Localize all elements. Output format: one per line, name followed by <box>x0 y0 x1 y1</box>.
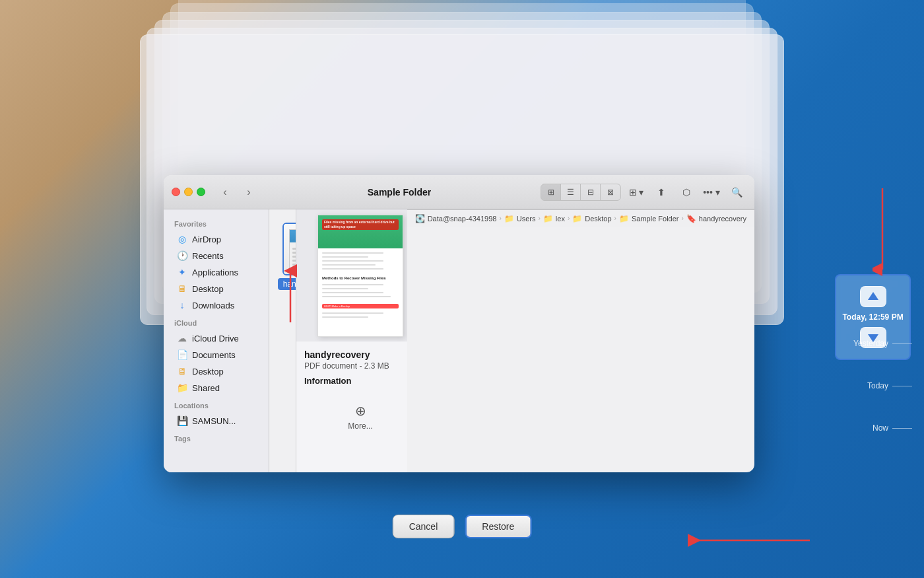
sidebar-item-documents[interactable]: 📄 Documents <box>166 347 266 363</box>
sidebar-label-downloads: Downloads <box>192 301 234 310</box>
maximize-button[interactable] <box>197 188 205 196</box>
finder-toolbar: ‹ › Sample Folder ⊞ ☰ ⊟ ⊠ ⊞ ▾ ⬆ ⬡ ••• ▾ … <box>164 175 754 209</box>
sidebar-item-applications[interactable]: ✦ Applications <box>166 264 266 280</box>
view-list-button[interactable]: ☰ <box>561 184 581 200</box>
more-icon: ⊕ <box>355 403 366 419</box>
finder-files: handyrecovery Files missing from an exte… <box>269 209 407 472</box>
preview-more[interactable]: ⊕ More... <box>296 398 407 436</box>
sidebar-item-recents[interactable]: 🕐 Recents <box>166 248 266 264</box>
sidebar-item-airdrop[interactable]: ◎ AirDrop <box>166 231 266 247</box>
favorites-header: Favorites <box>164 215 269 231</box>
close-button[interactable] <box>172 188 180 196</box>
finder-window: ‹ › Sample Folder ⊞ ☰ ⊟ ⊠ ⊞ ▾ ⬆ ⬡ ••• ▾ … <box>164 175 754 472</box>
sidebar-label-shared: Shared <box>192 383 220 393</box>
view-icon-button[interactable]: ⊞ <box>541 184 561 200</box>
sidebar-label-documents: Documents <box>192 350 236 360</box>
locations-header: Locations <box>164 396 269 412</box>
preview-image: Files missing from an external hard driv… <box>296 209 407 342</box>
sidebar-item-icloud-desktop[interactable]: 🖥 Desktop <box>166 363 266 379</box>
window-title: Sample Folder <box>263 187 535 198</box>
sidebar-label-icloud-drive: iCloud Drive <box>192 334 239 343</box>
file-up-arrow <box>277 264 304 324</box>
tm-tick-yesterday <box>892 343 912 344</box>
svg-marker-4 <box>868 292 878 300</box>
breadcrumb: 💽 Data@snap-4341998 › 📁 Users › 📁 lex › … <box>407 209 754 227</box>
preview-panel: Files missing from an external hard driv… <box>296 209 407 472</box>
tm-down-arrow <box>873 185 892 277</box>
breadcrumb-part-1: Users <box>517 215 536 223</box>
samsung-icon: 💾 <box>177 415 187 426</box>
sidebar-label-samsung: SAMSUN... <box>192 416 236 426</box>
airdrop-icon: ◎ <box>177 234 187 244</box>
preview-meta: PDF document - 2.3 MB <box>304 361 407 371</box>
sidebar-label-icloud-desktop: Desktop <box>192 367 224 377</box>
search-button[interactable]: 🔍 <box>727 184 746 201</box>
breadcrumb-folder-icon-2: 📁 <box>543 214 553 223</box>
sidebar-label-airdrop: AirDrop <box>192 235 221 244</box>
tm-label-yesterday: Yesterday <box>853 339 888 348</box>
restore-button[interactable]: Restore <box>465 515 531 538</box>
tm-up-button[interactable] <box>860 286 886 307</box>
restore-arrow <box>681 530 813 550</box>
view-column-button[interactable]: ⊟ <box>581 184 601 200</box>
more-label: More... <box>348 421 372 431</box>
tm-timeline: Yesterday Today Now <box>853 339 912 433</box>
sidebar-item-icloud-drive[interactable]: ☁ iCloud Drive <box>166 330 266 346</box>
breadcrumb-part-3: Desktop <box>585 215 611 223</box>
shared-icon: 📁 <box>177 382 187 393</box>
tm-label-now: Now <box>873 423 888 433</box>
breadcrumb-part-4: Sample Folder <box>632 215 679 223</box>
dialog-buttons: Cancel Restore <box>393 515 532 538</box>
preview-info: handyrecovery PDF document - 2.3 MB Info… <box>296 342 407 398</box>
preview-doc: Files missing from an external hard driv… <box>317 215 403 337</box>
sidebar-item-desktop[interactable]: 🖥 Desktop <box>166 281 266 297</box>
tm-tick-today <box>892 386 912 386</box>
breadcrumb-folder-icon-4: 📁 <box>619 214 629 223</box>
tm-tick-now <box>892 428 912 429</box>
breadcrumb-part-2: lex <box>556 215 565 223</box>
applications-icon: ✦ <box>177 267 187 277</box>
icloud-header: iCloud <box>164 314 269 330</box>
view-gallery-button[interactable]: ⊠ <box>601 184 620 200</box>
preview-doc-header: Files missing from an external hard driv… <box>318 215 403 248</box>
breadcrumb-drive-icon: 💽 <box>415 214 425 223</box>
sidebar-label-recents: Recents <box>192 251 224 261</box>
share-button[interactable]: ⬆ <box>651 184 671 201</box>
tm-timestamp: Today, 12:59 PM <box>842 312 903 322</box>
file-grid: handyrecovery <box>269 209 296 472</box>
traffic-lights <box>172 188 205 196</box>
sidebar-label-applications: Applications <box>192 268 238 277</box>
finder-content: Favorites ◎ AirDrop 🕐 Recents ✦ Applicat… <box>164 209 754 472</box>
finder-sidebar: Favorites ◎ AirDrop 🕐 Recents ✦ Applicat… <box>164 209 269 472</box>
preview-info-label: Information <box>304 376 407 386</box>
sidebar-label-desktop: Desktop <box>192 284 224 294</box>
downloads-icon: ↓ <box>177 300 187 310</box>
desktop-icon: 🖥 <box>177 283 187 294</box>
sidebar-item-downloads[interactable]: ↓ Downloads <box>166 297 266 313</box>
preview-doc-content: Methods to Recover Missing Files HINT! M… <box>318 248 403 322</box>
cancel-button[interactable]: Cancel <box>393 515 455 538</box>
sidebar-item-samsung[interactable]: 💾 SAMSUN... <box>166 413 266 429</box>
breadcrumb-file-icon: 🔖 <box>686 214 696 223</box>
recents-icon: 🕐 <box>177 250 187 261</box>
tag-button[interactable]: ⬡ <box>676 184 696 201</box>
breadcrumb-folder-icon-1: 📁 <box>504 214 514 223</box>
more-button[interactable]: ••• ▾ <box>702 184 721 201</box>
breadcrumb-folder-icon-3: 📁 <box>572 214 582 223</box>
breadcrumb-part-0: Data@snap-4341998 <box>428 215 497 223</box>
icloud-drive-icon: ☁ <box>177 333 187 343</box>
tm-label-today: Today <box>867 381 888 390</box>
back-button[interactable]: ‹ <box>216 185 234 199</box>
documents-icon: 📄 <box>177 349 187 360</box>
preview-filename: handyrecovery <box>304 349 407 360</box>
forward-button[interactable]: › <box>240 185 258 199</box>
breadcrumb-part-5: handyrecovery <box>699 215 746 223</box>
tags-header: Tags <box>164 429 269 445</box>
minimize-button[interactable] <box>184 188 193 196</box>
icloud-desktop-icon: 🖥 <box>177 366 187 377</box>
view-group: ⊞ ☰ ⊟ ⊠ <box>541 184 621 201</box>
sidebar-item-shared[interactable]: 📁 Shared <box>166 380 266 396</box>
view-options-button[interactable]: ⊞ ▾ <box>626 184 646 201</box>
